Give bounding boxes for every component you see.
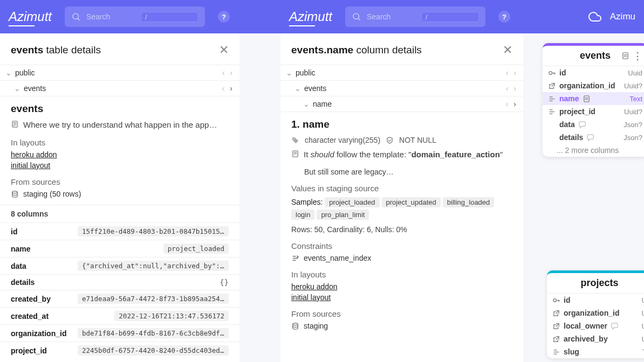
layout-link-heroku[interactable]: heroku addon bbox=[11, 150, 229, 159]
entity-column-type: Uuid? bbox=[624, 82, 642, 90]
entity-column-row[interactable]: local_ownerU bbox=[547, 319, 644, 332]
column-row[interactable]: created_at2022-12-16T21:13:47.536172 bbox=[0, 307, 239, 324]
svg-line-3 bbox=[358, 18, 360, 20]
tag-icon bbox=[291, 136, 299, 144]
search-icon bbox=[352, 12, 361, 22]
layout-link-initial-2[interactable]: initial layout bbox=[291, 293, 512, 302]
column-row[interactable]: nameproject_loaded bbox=[0, 240, 239, 257]
entity-card-header[interactable]: events ⋮ bbox=[543, 46, 644, 66]
comment-icon bbox=[586, 134, 594, 142]
document-icon bbox=[583, 95, 591, 103]
entity-card-events[interactable]: events ⋮ idUuidorganization_idUuid?nameT… bbox=[543, 43, 644, 157]
entity-column-type: Uuid bbox=[628, 69, 642, 77]
table-details-panel: events table details ✕ ⌄ public ‹› ⌄ eve… bbox=[0, 33, 239, 362]
table-body: events Where we try to understand what h… bbox=[0, 96, 239, 205]
nav-next[interactable]: › bbox=[512, 68, 518, 77]
nav-next[interactable]: › bbox=[228, 84, 234, 93]
column-name: id bbox=[11, 227, 17, 236]
columns-list: id15ff210e-d489-4803-b201-0847b150156bna… bbox=[0, 222, 239, 359]
entity-column-row[interactable]: idU bbox=[547, 294, 644, 307]
diagram-canvas[interactable]: events ⋮ idUuidorganization_idUuid?nameT… bbox=[523, 33, 644, 362]
column-row[interactable]: organization_idbde71f84-b699-4fdb-8167-6… bbox=[0, 324, 239, 342]
entity-column-row[interactable]: dataJson? bbox=[543, 118, 644, 131]
nav-next[interactable]: › bbox=[512, 84, 518, 93]
layouts-label-2: In layouts bbox=[291, 270, 512, 279]
column-row[interactable]: id15ff210e-d489-4803-b201-0847b150156b bbox=[0, 222, 239, 240]
entity-column-name: local_owner bbox=[564, 322, 607, 330]
sample-pill: pro_plan_limit bbox=[317, 210, 369, 220]
nav-prev[interactable]: ‹ bbox=[504, 100, 510, 108]
close-button[interactable]: ✕ bbox=[503, 43, 512, 57]
more-icon[interactable]: ⋮ bbox=[633, 50, 642, 62]
entity-column-row[interactable]: idUuid bbox=[543, 66, 644, 79]
nav-prev[interactable]: ‹ bbox=[504, 84, 510, 93]
column-value: project_loaded bbox=[163, 243, 229, 254]
entity-column-row[interactable]: archived_byU bbox=[547, 332, 644, 345]
breadcrumb-events[interactable]: ⌄ events ‹› bbox=[0, 80, 239, 96]
entity-column-row[interactable]: detailsJson? bbox=[543, 131, 644, 144]
nav-prev[interactable]: ‹ bbox=[221, 68, 227, 77]
constraint-index[interactable]: events_name_index bbox=[291, 254, 512, 262]
close-button[interactable]: ✕ bbox=[219, 43, 229, 57]
layout-link-heroku-2[interactable]: heroku addon bbox=[291, 282, 512, 291]
cloud-icon[interactable] bbox=[588, 10, 601, 23]
entity-column-row[interactable]: organization_idUuid? bbox=[543, 79, 644, 92]
app-header-right: Azimutt Search / ? Azimu bbox=[280, 0, 644, 33]
column-row[interactable]: data{"archived_at":null,"archived_by":nu… bbox=[0, 257, 239, 274]
external-link-icon bbox=[552, 309, 560, 317]
document-icon bbox=[11, 120, 19, 128]
column-row[interactable]: project_id2245b0df-6757-4420-8240-d55dc4… bbox=[0, 342, 239, 359]
breadcrumb-public-2[interactable]: ⌄ public ‹› bbox=[280, 65, 523, 80]
database-icon bbox=[291, 322, 299, 330]
source-staging-2[interactable]: staging bbox=[291, 322, 512, 330]
entity-column-row[interactable]: nameText bbox=[543, 92, 644, 105]
chevron-down-icon: ⌄ bbox=[5, 68, 12, 77]
column-name: project_id bbox=[11, 346, 47, 355]
entity-column-type: Json? bbox=[624, 121, 642, 129]
nav-prev[interactable]: ‹ bbox=[504, 68, 510, 77]
entity-column-row[interactable]: project_idUuid? bbox=[543, 105, 644, 118]
nav-prev[interactable]: ‹ bbox=[221, 84, 227, 93]
layouts-label: In layouts bbox=[11, 138, 229, 147]
search-input-2[interactable]: Search / bbox=[345, 6, 485, 27]
nav-next[interactable]: › bbox=[512, 100, 518, 108]
search-placeholder-2: Search bbox=[367, 12, 416, 21]
entity-column-type: U bbox=[642, 322, 644, 330]
entity-column-name: name bbox=[559, 94, 579, 103]
nav-next[interactable]: › bbox=[228, 68, 234, 77]
sources-label-2: From sources bbox=[291, 309, 512, 318]
header-right-group: Azimu bbox=[588, 10, 635, 23]
entity-name: events bbox=[11, 103, 229, 115]
comment-icon bbox=[611, 322, 619, 330]
external-link-icon bbox=[548, 82, 556, 90]
svg-point-2 bbox=[353, 13, 359, 19]
breadcrumb-public[interactable]: ⌄ public ‹› bbox=[0, 65, 239, 80]
more-columns[interactable]: ... 2 more columns bbox=[543, 144, 644, 157]
breadcrumb-name[interactable]: ⌄ name ‹› bbox=[280, 96, 523, 112]
entity-column-type: Uuid? bbox=[624, 108, 642, 116]
column-row[interactable]: details{} bbox=[0, 274, 239, 290]
json-empty-icon: {} bbox=[220, 278, 229, 287]
column-name: name bbox=[11, 245, 31, 253]
source-staging[interactable]: staging (50 rows) bbox=[11, 190, 229, 198]
svg-point-16 bbox=[293, 323, 298, 325]
svg-point-0 bbox=[73, 13, 79, 19]
app-logo-2[interactable]: Azimutt bbox=[289, 9, 332, 24]
entity-card-projects[interactable]: projects idUorganization_idUlocal_ownerU… bbox=[547, 270, 644, 358]
entity-column-row[interactable]: slugT bbox=[547, 345, 644, 358]
user-label[interactable]: Azimu bbox=[610, 11, 635, 22]
entity-column-row[interactable]: organization_idU bbox=[547, 307, 644, 319]
column-body: 1. name character varying(255) NOT NULL … bbox=[280, 112, 523, 337]
search-input[interactable]: Search / bbox=[65, 6, 205, 27]
help-button[interactable]: ? bbox=[218, 11, 230, 23]
svg-line-1 bbox=[78, 18, 79, 20]
help-button-2[interactable]: ? bbox=[498, 11, 510, 23]
entity-card-header-2[interactable]: projects bbox=[547, 273, 644, 294]
app-logo[interactable]: Azimutt bbox=[9, 9, 52, 24]
layout-link-initial[interactable]: initial layout bbox=[11, 161, 229, 170]
breadcrumb-events-2[interactable]: ⌄ events ‹› bbox=[280, 80, 523, 96]
external-link-icon bbox=[552, 322, 560, 330]
column-row[interactable]: created_bye71deaa9-56a7-4472-8f73-1b895a… bbox=[0, 290, 239, 307]
chevron-down-icon: ⌄ bbox=[303, 100, 310, 108]
column-value: e71deaa9-56a7-4472-8f73-1b895aa2545c bbox=[78, 294, 229, 304]
